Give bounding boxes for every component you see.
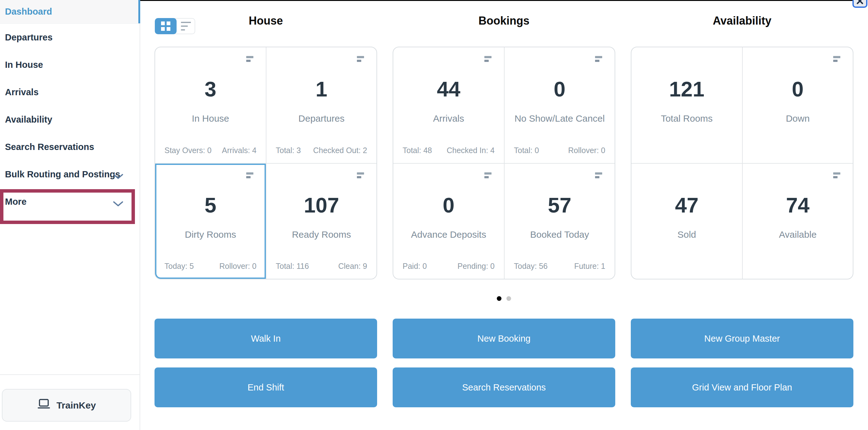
sidebar-item-label: Bulk Routing and Postings — [5, 169, 120, 179]
stat-card-no-show-late-cancel[interactable]: 0 No Show/Late Cancel Total: 0 Rollover:… — [504, 47, 615, 163]
stat-card-arrivals[interactable]: 44 Arrivals Total: 48 Checked In: 4 — [393, 47, 504, 163]
sidebar-nav: Dashboard Departures In House Arrivals A… — [0, 0, 140, 215]
grid-icon — [161, 22, 170, 31]
stat-details: Total: 48 Checked In: 4 — [403, 146, 495, 155]
sidebar: Dashboard Departures In House Arrivals A… — [0, 0, 140, 430]
stat-detail-left: Total: 3 — [276, 146, 301, 155]
carousel-pager — [155, 296, 854, 301]
stat-details: Total: 116 Clean: 9 — [276, 262, 367, 271]
stat-detail-right: Pending: 0 — [457, 262, 495, 271]
stat-label: Sold — [677, 229, 696, 240]
stat-label: Booked Today — [530, 229, 589, 240]
stat-detail-left: Today: 56 — [514, 262, 548, 271]
sidebar-item-availability[interactable]: Availability — [0, 106, 140, 133]
sidebar-footer: TrainKey — [0, 374, 140, 430]
stat-label: Departures — [299, 113, 344, 124]
stat-detail-right: Checked Out: 2 — [313, 146, 367, 155]
end-shift-button[interactable]: End Shift — [155, 368, 377, 407]
stat-value: 44 — [437, 78, 460, 99]
stat-value: 3 — [205, 78, 216, 99]
sidebar-item-departures[interactable]: Departures — [0, 24, 140, 51]
card-options-icon[interactable] — [595, 172, 602, 178]
stat-card-sold[interactable]: 47 Sold — [631, 163, 742, 279]
stat-card-departures[interactable]: 1 Departures Total: 3 Checked Out: 2 — [266, 47, 376, 163]
stat-label: Ready Rooms — [292, 229, 351, 240]
stat-label: Down — [786, 113, 810, 124]
sidebar-item-label: Dashboard — [5, 6, 52, 17]
stat-card-booked-today[interactable]: 57 Booked Today Today: 56 Future: 1 — [504, 163, 615, 279]
stat-card-group-availability: 121 Total Rooms 0 Down 47 Sold 74 — [631, 47, 854, 279]
section-availability: Availability 121 Total Rooms 0 Down 47 S… — [631, 14, 854, 279]
action-buttons: Walk In New Booking New Group Master End… — [155, 319, 854, 407]
stat-detail-right: Rollover: 0 — [568, 146, 606, 155]
stat-card-total-rooms[interactable]: 121 Total Rooms — [631, 47, 742, 163]
trainkey-button[interactable]: TrainKey — [2, 389, 131, 422]
stat-detail-left: Total: 0 — [514, 146, 539, 155]
sidebar-item-label: Search Reservations — [5, 142, 94, 152]
sidebar-item-search-reservations[interactable]: Search Reservations — [0, 133, 140, 161]
list-icon — [181, 22, 191, 30]
stat-value: 57 — [548, 195, 571, 216]
stat-label: Total Rooms — [661, 113, 713, 124]
sidebar-item-label: In House — [5, 60, 43, 70]
new-booking-button[interactable]: New Booking — [393, 319, 615, 359]
stat-card-dirty-rooms[interactable]: 5 Dirty Rooms Today: 5 Rollover: 0 — [155, 163, 266, 279]
carousel-dot-2[interactable] — [506, 296, 511, 301]
grid-view-button[interactable] — [155, 18, 177, 34]
sidebar-item-label: More — [5, 197, 26, 207]
stat-details: Paid: 0 Pending: 0 — [403, 262, 495, 271]
section-house: House 3 In House Stay Overs: 0 Arrivals:… — [155, 14, 377, 279]
sidebar-item-label: Availability — [5, 115, 52, 125]
stat-card-ready-rooms[interactable]: 107 Ready Rooms Total: 116 Clean: 9 — [266, 163, 376, 279]
card-options-icon[interactable] — [484, 172, 492, 178]
main-content: House 3 In House Stay Overs: 0 Arrivals:… — [140, 0, 868, 430]
card-options-icon[interactable] — [357, 172, 364, 178]
stat-card-advance-deposits[interactable]: 0 Advance Deposits Paid: 0 Pending: 0 — [393, 163, 504, 279]
stat-card-down[interactable]: 0 Down — [742, 47, 853, 163]
stat-detail-right: Checked In: 4 — [447, 146, 495, 155]
stat-detail-left: Paid: 0 — [403, 262, 427, 271]
sidebar-item-dashboard[interactable]: Dashboard — [0, 0, 140, 24]
card-options-icon[interactable] — [246, 56, 253, 62]
sidebar-item-arrivals[interactable]: Arrivals — [0, 78, 140, 106]
trainkey-label: TrainKey — [57, 400, 96, 411]
card-options-icon[interactable] — [595, 56, 602, 62]
sidebar-item-in-house[interactable]: In House — [0, 51, 140, 78]
stat-detail-right: Clean: 9 — [338, 262, 367, 271]
card-options-icon[interactable] — [357, 56, 364, 62]
stat-card-in-house[interactable]: 3 In House Stay Overs: 0 Arrivals: 4 — [155, 47, 266, 163]
card-options-icon[interactable] — [833, 172, 840, 178]
card-options-icon[interactable] — [833, 56, 840, 62]
stat-label: Arrivals — [433, 113, 464, 124]
view-toggle — [155, 18, 195, 34]
stat-label: No Show/Late Cancel — [515, 113, 605, 124]
stat-value: 121 — [669, 78, 704, 99]
section-bookings: Bookings 44 Arrivals Total: 48 Checked I… — [393, 14, 615, 279]
new-group-master-button[interactable]: New Group Master — [631, 319, 854, 359]
stat-card-available[interactable]: 74 Available — [742, 163, 853, 279]
grid-view-and-floor-plan-button[interactable]: Grid View and Floor Plan — [631, 368, 854, 407]
carousel-dot-1[interactable] — [497, 296, 501, 301]
sidebar-item-bulk-routing-and-postings[interactable]: Bulk Routing and Postings — [0, 161, 140, 188]
stat-value: 5 — [205, 195, 216, 216]
stat-card-group-house: 3 In House Stay Overs: 0 Arrivals: 4 1 D… — [155, 47, 377, 279]
section-title: Availability — [631, 14, 854, 27]
card-options-icon[interactable] — [246, 172, 253, 178]
stat-label: Advance Deposits — [411, 229, 486, 240]
search-reservations-button[interactable]: Search Reservations — [393, 368, 615, 407]
stat-detail-left: Total: 48 — [403, 146, 432, 155]
stat-value: 1 — [315, 78, 328, 99]
stat-details: Total: 0 Rollover: 0 — [514, 146, 605, 155]
stat-label: In House — [192, 113, 229, 124]
card-options-icon[interactable] — [484, 56, 492, 62]
stat-detail-right: Arrivals: 4 — [222, 146, 256, 155]
sidebar-item-more[interactable]: More — [0, 188, 140, 215]
stat-detail-right: Future: 1 — [574, 262, 605, 271]
stat-detail-left: Stay Overs: 0 — [164, 146, 211, 155]
walk-in-button[interactable]: Walk In — [155, 319, 377, 359]
stat-value: 0 — [554, 78, 565, 99]
sidebar-item-label: Arrivals — [5, 87, 38, 97]
laptop-icon — [37, 399, 50, 412]
list-view-button[interactable] — [174, 18, 195, 34]
chevron-down-icon — [113, 199, 123, 209]
